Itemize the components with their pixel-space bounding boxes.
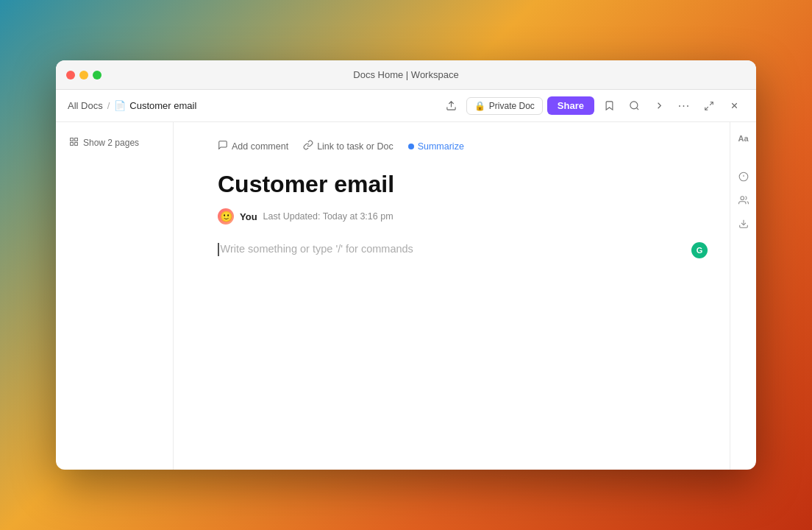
link-task-button[interactable]: Link to task or Doc [303, 137, 393, 155]
window-title: Docs Home | Workspace [353, 69, 458, 80]
maximize-button[interactable] [93, 71, 102, 80]
breadcrumb-current-doc: 📄 Customer email [114, 100, 196, 111]
editor-input-area[interactable]: Write something or type '/' for commands… [218, 242, 685, 256]
doc-icon: 📄 [114, 100, 126, 111]
svg-line-4 [705, 107, 708, 110]
search-icon [629, 100, 640, 111]
text-cursor [218, 243, 219, 256]
show-pages-label: Show 2 pages [83, 138, 139, 148]
link-task-label: Link to task or Doc [317, 141, 393, 152]
bookmark-icon [604, 100, 615, 111]
svg-line-2 [636, 107, 638, 110]
show-pages-button[interactable]: Show 2 pages [65, 134, 164, 152]
avatar: 🙂 [218, 208, 234, 225]
close-icon-btn[interactable] [724, 96, 744, 116]
private-doc-label: Private Doc [489, 101, 535, 111]
current-doc-label: Customer email [129, 100, 196, 111]
minimize-button[interactable] [79, 71, 88, 80]
avatar-emoji: 🙂 [220, 211, 232, 222]
export-icon [446, 100, 457, 111]
share-button[interactable]: Share [547, 96, 594, 115]
sidebar: Show 2 pages [56, 122, 174, 470]
traffic-lights [56, 71, 102, 80]
breadcrumb-separator: / [107, 100, 110, 111]
close-icon [730, 101, 739, 110]
svg-point-14 [740, 197, 744, 200]
add-comment-button[interactable]: Add comment [218, 137, 288, 155]
document-title: Customer email [218, 170, 685, 198]
content-area: Add comment Link to task or Doc [174, 122, 756, 470]
svg-rect-8 [75, 138, 78, 141]
format-text-icon-btn[interactable]: Aa [733, 128, 754, 149]
fullscreen-icon [704, 101, 714, 111]
right-sidebar-download-icon-btn[interactable] [733, 213, 754, 234]
search-icon-btn[interactable] [624, 96, 644, 116]
export-icon-btn[interactable] [441, 96, 462, 116]
close-button[interactable] [66, 71, 75, 80]
document-last-updated: Last Updated: Today at 3:16 pm [263, 211, 393, 222]
right-sidebar: Aa [730, 122, 756, 470]
navigate-icon [654, 100, 665, 111]
document-author: You [240, 211, 257, 222]
fullscreen-icon-btn[interactable] [699, 96, 719, 116]
svg-rect-7 [71, 138, 74, 141]
right-sidebar-share-icon-btn[interactable] [733, 190, 754, 211]
lock-icon: 🔒 [474, 101, 485, 111]
svg-rect-9 [71, 143, 74, 146]
svg-point-1 [630, 102, 637, 109]
bookmark-icon-btn[interactable] [599, 96, 619, 116]
editor[interactable]: Add comment Link to task or Doc [174, 122, 730, 470]
svg-rect-10 [75, 143, 78, 146]
svg-line-3 [710, 102, 713, 105]
ai-indicator: G [691, 242, 708, 258]
editor-placeholder: Write something or type '/' for commands [221, 243, 413, 255]
breadcrumb-all-docs[interactable]: All Docs [68, 100, 103, 111]
main-layout: Show 2 pages Add comment [56, 122, 756, 470]
pages-icon [69, 137, 79, 149]
toolbar-actions: 🔒 Private Doc Share [441, 96, 744, 116]
doc-toolbar: Add comment Link to task or Doc [218, 137, 685, 155]
summarize-label: Summarize [418, 141, 464, 152]
summarize-dot [408, 144, 414, 149]
titlebar: Docs Home | Workspace [56, 60, 756, 90]
toolbar: All Docs / 📄 Customer email 🔒 Private Do… [56, 90, 756, 122]
app-window: Docs Home | Workspace All Docs / 📄 Custo… [56, 60, 756, 470]
document-meta: 🙂 You Last Updated: Today at 3:16 pm [218, 208, 685, 225]
summarize-button[interactable]: Summarize [408, 138, 464, 155]
link-icon [303, 140, 313, 152]
right-sidebar-icon-1[interactable] [733, 166, 754, 187]
breadcrumb: All Docs / 📄 Customer email [68, 100, 435, 111]
more-icon-btn[interactable]: ··· [674, 96, 694, 116]
comment-icon [218, 140, 228, 152]
more-icon: ··· [678, 99, 690, 113]
arrow-icon-btn[interactable] [649, 96, 669, 116]
private-doc-button[interactable]: 🔒 Private Doc [466, 97, 543, 115]
add-comment-label: Add comment [232, 141, 288, 152]
